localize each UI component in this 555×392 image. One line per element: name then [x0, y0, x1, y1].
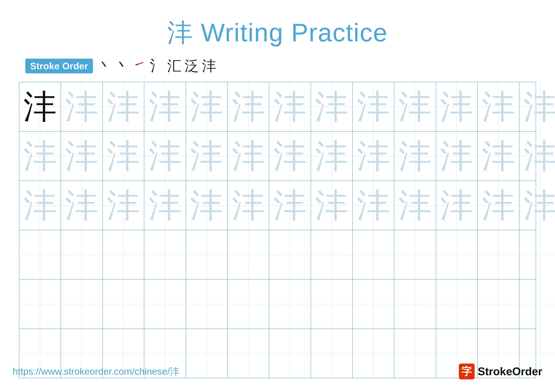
- grid-cell-4-5: [186, 230, 228, 279]
- grid-row-2: 沣 沣 沣 沣 沣 沣 沣 沣 沣 沣 沣 沣 沣: [19, 132, 536, 181]
- grid-cell-3-12: 沣: [478, 181, 519, 230]
- grid-row-4: [19, 230, 536, 280]
- grid-cell-4-7: [269, 230, 311, 279]
- footer: https://www.strokeorder.com/chinese/沣 字 …: [13, 363, 542, 379]
- grid-cell-1-9: 沣: [353, 82, 394, 131]
- brand-icon: 字: [459, 363, 475, 379]
- char-light: 沣: [524, 90, 555, 123]
- grid-row-3: 沣 沣 沣 沣 沣 沣 沣 沣 沣 沣 沣 沣 沣: [19, 181, 536, 230]
- grid-cell-2-10: 沣: [394, 132, 436, 181]
- title-section: 沣 Writing Practice: [13, 16, 542, 50]
- grid-cell-5-11: [436, 280, 478, 328]
- char-light: 沣: [273, 90, 307, 123]
- grid-cell-4-13: [519, 230, 555, 279]
- char-light: 沣: [398, 139, 431, 173]
- char-light: 沣: [107, 189, 140, 222]
- char-light: 沣: [65, 189, 98, 222]
- grid-cell-4-9: [353, 230, 394, 279]
- grid-cell-3-3: 沣: [103, 181, 144, 230]
- stroke-4: 氵: [150, 56, 164, 76]
- char-light: 沣: [440, 139, 473, 173]
- footer-url[interactable]: https://www.strokeorder.com/chinese/沣: [13, 365, 179, 378]
- stroke-3: ㇀: [132, 56, 147, 76]
- grid-cell-3-11: 沣: [436, 181, 478, 230]
- grid-cell-1-5: 沣: [186, 82, 228, 131]
- stroke-7: 沣: [202, 56, 216, 76]
- char-light: 沣: [190, 90, 223, 123]
- grid-cell-2-5: 沣: [186, 132, 228, 181]
- grid-cell-2-13: 沣: [519, 132, 555, 181]
- char-light: 沣: [440, 90, 473, 123]
- grid-cell-5-5: [186, 280, 228, 328]
- grid-cell-1-4: 沣: [144, 82, 186, 131]
- page-title: 沣 Writing Practice: [167, 18, 388, 47]
- grid-cell-4-4: [144, 230, 186, 279]
- char-light: 沣: [107, 139, 140, 173]
- grid-cell-1-2: 沣: [61, 82, 102, 131]
- grid-cell-3-4: 沣: [144, 181, 186, 230]
- char-light: 沣: [190, 139, 223, 173]
- grid-cell-1-11: 沣: [436, 82, 478, 131]
- stroke-2: 丶: [115, 56, 129, 76]
- grid-cell-4-6: [228, 230, 269, 279]
- grid-cell-1-10: 沣: [394, 82, 436, 131]
- char-light: 沣: [273, 139, 307, 173]
- char-dark: 沣: [23, 90, 57, 123]
- grid-cell-4-12: [478, 230, 519, 279]
- brand-char: 字: [461, 364, 472, 378]
- grid-cell-5-9: [353, 280, 394, 328]
- page: 沣 Writing Practice Stroke Order 丶 丶 ㇀ 氵 …: [0, 0, 555, 392]
- grid-cell-3-6: 沣: [228, 181, 269, 230]
- grid-cell-4-10: [394, 230, 436, 279]
- stroke-1: 丶: [98, 56, 112, 76]
- char-light: 沣: [232, 139, 265, 173]
- grid-cell-3-8: 沣: [311, 181, 353, 230]
- grid-cell-5-1: [19, 280, 61, 328]
- grid-cell-1-1: 沣: [19, 82, 61, 131]
- char-light: 沣: [482, 189, 515, 222]
- char-light: 沣: [440, 189, 473, 222]
- grid-cell-2-2: 沣: [61, 132, 102, 181]
- grid-cell-5-3: [103, 280, 144, 328]
- char-light: 沣: [273, 189, 307, 222]
- footer-brand: 字 StrokeOrder: [459, 363, 542, 379]
- grid-row-5: [19, 280, 536, 329]
- grid-cell-5-13: [519, 280, 555, 328]
- grid-cell-5-7: [269, 280, 311, 328]
- char-light: 沣: [107, 90, 140, 123]
- grid-cell-2-7: 沣: [269, 132, 311, 181]
- grid-cell-2-9: 沣: [353, 132, 394, 181]
- char-light: 沣: [315, 90, 348, 123]
- grid-cell-1-3: 沣: [103, 82, 144, 131]
- grid-row-1: 沣 沣 沣 沣 沣 沣 沣 沣 沣 沣 沣 沣 沣: [19, 82, 536, 132]
- char-light: 沣: [398, 189, 431, 222]
- char-light: 沣: [315, 189, 348, 222]
- grid-cell-4-1: [19, 230, 61, 279]
- char-light: 沣: [524, 139, 555, 173]
- char-light: 沣: [482, 139, 515, 173]
- grid-cell-3-7: 沣: [269, 181, 311, 230]
- grid-cell-2-4: 沣: [144, 132, 186, 181]
- char-light: 沣: [23, 189, 57, 222]
- char-light: 沣: [190, 189, 223, 222]
- grid-cell-3-1: 沣: [19, 181, 61, 230]
- stroke-order-section: Stroke Order 丶 丶 ㇀ 氵 汇 泛 沣: [25, 56, 542, 76]
- grid-cell-5-6: [228, 280, 269, 328]
- char-light: 沣: [482, 90, 515, 123]
- char-light: 沣: [357, 90, 390, 123]
- char-light: 沣: [232, 189, 265, 222]
- char-light: 沣: [232, 90, 265, 123]
- grid-cell-4-8: [311, 230, 353, 279]
- grid-cell-1-8: 沣: [311, 82, 353, 131]
- grid-cell-3-10: 沣: [394, 181, 436, 230]
- grid-cell-5-12: [478, 280, 519, 328]
- practice-grid: 沣 沣 沣 沣 沣 沣 沣 沣 沣 沣 沣 沣 沣 沣 沣 沣 沣 沣 沣 沣 …: [19, 82, 536, 378]
- grid-cell-5-8: [311, 280, 353, 328]
- grid-cell-2-1: 沣: [19, 132, 61, 181]
- char-light: 沣: [357, 139, 390, 173]
- char-light: 沣: [315, 139, 348, 173]
- char-light: 沣: [398, 90, 431, 123]
- brand-name: StrokeOrder: [478, 365, 542, 378]
- grid-cell-1-6: 沣: [228, 82, 269, 131]
- char-light: 沣: [65, 139, 98, 173]
